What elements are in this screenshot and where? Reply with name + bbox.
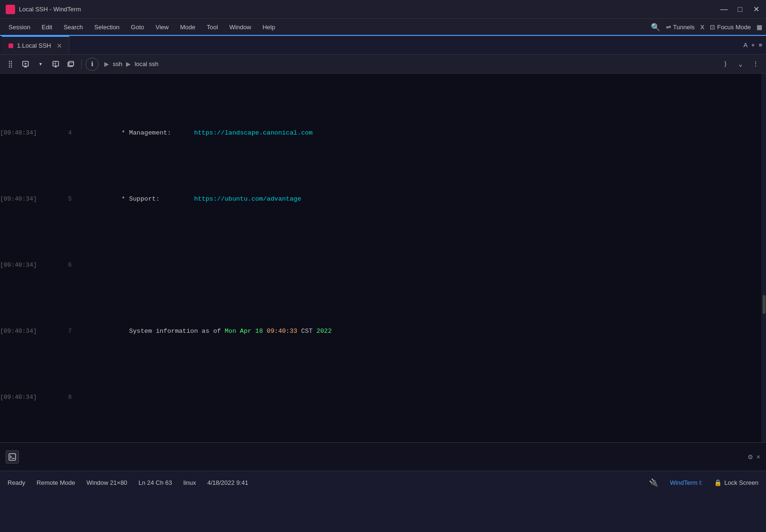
terminal-line: [09:40:34] 5 * Support: https://ubuntu.c… [0,193,761,206]
line-content: * Management: https://landscape.canonica… [76,113,761,153]
status-windterm[interactable]: WindTerm I: [670,479,702,486]
new-session-button[interactable] [19,58,32,71]
tab-menu-button[interactable]: ≡ [758,42,762,49]
line-content: System information as of Mon Apr 18 09:4… [76,312,761,351]
x-button[interactable]: X [700,24,705,31]
status-remote-mode: Remote Mode [37,479,76,486]
menu-right-area: 🔍 ⇌ Tunnels X ⊡ Focus Mode ▦ [651,23,762,32]
status-ready: Ready [8,479,25,486]
tunnels-button[interactable]: ⇌ Tunnels [666,24,695,31]
status-datetime: 4/18/2022 9:41 [207,479,248,486]
terminal-line: [09:40:34] 8 [0,391,761,404]
lock-icon: 🔒 [714,479,722,486]
menu-session[interactable]: Session [4,22,35,33]
line-number: 5 [52,193,76,206]
url-support[interactable]: https://ubuntu.com/advantage [194,195,301,203]
minimize-button[interactable]: — [720,5,728,14]
close-button[interactable]: ✕ [752,5,760,14]
tab-right-controls: A + ≡ [743,36,766,54]
timestamp: [09:40:34] [0,259,52,272]
terminal-line: [09:40:34] 6 [0,259,761,272]
title-bar: Local SSH - WindTerm — □ ✕ [0,0,766,19]
menu-view[interactable]: View [151,22,174,33]
terminal-line: [09:40:34] 7 System information as of Mo… [0,325,761,338]
restore-button[interactable] [64,58,77,71]
app-icon [6,5,15,14]
menu-goto[interactable]: Goto [126,22,149,33]
status-window-size: Window 21×80 [86,479,127,486]
status-cursor-pos: Ln 24 Ch 63 [139,479,172,486]
lock-screen-button[interactable]: 🔒 Lock Screen [714,479,758,486]
tab-color-icon [8,43,13,48]
menu-mode[interactable]: Mode [175,22,200,33]
breadcrumb: ▶ ssh ▶ local ssh [104,60,717,68]
timestamp: [09:40:34] [0,193,52,206]
lock-screen-label: Lock Screen [724,479,758,486]
menu-edit[interactable]: Edit [37,22,57,33]
terminal-dropdown-button[interactable]: ⌄ [734,58,747,71]
status-network-icon: 🔌 [649,478,658,487]
tab-bar: 1.Local SSH ✕ A + ≡ [0,36,766,55]
breadcrumb-local-ssh: local ssh [135,60,159,68]
url-management[interactable]: https://landscape.canonical.com [194,129,312,136]
window-controls: — □ ✕ [720,5,760,14]
toolbar: ⣿ ▾ ℹ ▶ ssh ▶ local ssh ⟩ [0,55,766,74]
window-title: Local SSH - WindTerm [19,6,720,13]
menu-tool[interactable]: Tool [202,22,223,33]
split-button[interactable] [49,58,62,71]
panel-terminal-icon[interactable] [6,450,19,464]
info-button[interactable]: ℹ [85,58,99,71]
tab-close-button[interactable]: ✕ [57,42,62,50]
maximize-button[interactable]: □ [736,5,744,14]
terminal-menu-button[interactable]: ⋮ [749,58,762,71]
menu-help[interactable]: Help [258,22,280,33]
bottom-panel: ⚙ ✕ [0,442,766,471]
line-number: 7 [52,325,76,338]
settings-icon[interactable]: ⚙ [748,452,753,462]
line-number: 8 [52,391,76,404]
line-number: 6 [52,259,76,272]
breadcrumb-sep2: ▶ [126,60,131,68]
toolbar-divider [81,59,82,69]
breadcrumb-ssh: ssh [113,60,122,68]
scrollbar-thumb[interactable] [763,295,766,314]
line-number: 4 [52,127,76,140]
terminal-output[interactable]: [09:40:34] 4 * Management: https://lands… [0,74,761,442]
focus-mode-button[interactable]: ⊡ Focus Mode [710,24,751,31]
tab-label: 1.Local SSH [17,42,51,49]
line-content: * Support: https://ubuntu.com/advantage [76,179,761,219]
terminal-more-button[interactable]: ⟩ [719,58,732,71]
toolbar-right: ⟩ ⌄ ⋮ [719,58,762,71]
breadcrumb-sep1: ▶ [104,60,109,68]
status-os: linux [183,479,196,486]
timestamp: [09:40:34] [0,391,52,404]
layout-icon[interactable]: ▦ [757,24,762,31]
menu-window[interactable]: Window [225,22,256,33]
menu-bar: Session Edit Search Selection Goto View … [0,19,766,36]
new-tab-button[interactable]: + [751,42,755,49]
timestamp: [09:40:34] [0,127,52,140]
panel-close-icon[interactable]: ✕ [757,453,760,461]
svg-rect-13 [9,454,16,460]
search-icon[interactable]: 🔍 [651,23,660,32]
menu-selection[interactable]: Selection [90,22,124,33]
terminal-line: [09:40:34] 4 * Management: https://lands… [0,127,761,140]
drag-handle[interactable]: ⣿ [4,58,17,71]
tab-local-ssh[interactable]: 1.Local SSH ✕ [2,36,69,54]
timestamp: [09:40:34] [0,325,52,338]
svg-rect-11 [69,61,74,66]
font-size-indicator: A [743,42,748,49]
scrollbar[interactable] [761,74,766,442]
dropdown-arrow-button[interactable]: ▾ [34,58,47,71]
menu-search[interactable]: Search [59,22,88,33]
status-bar: Ready Remote Mode Window 21×80 Ln 24 Ch … [0,471,766,494]
main-terminal-area: [09:40:34] 4 * Management: https://lands… [0,74,766,442]
